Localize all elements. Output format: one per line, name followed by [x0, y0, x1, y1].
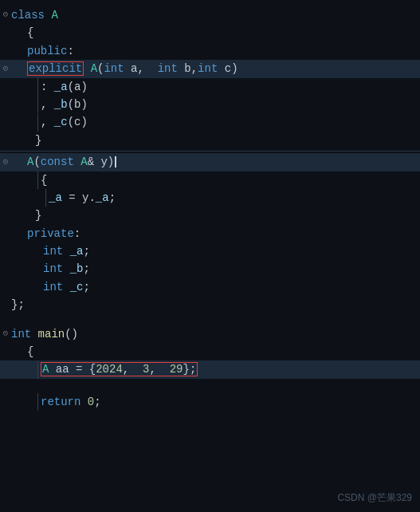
code-copy-constructor: A(const A& y) — [27, 153, 417, 171]
code-open-copy: { — [41, 171, 417, 189]
line-int-a: int _a; — [0, 242, 420, 260]
line-init-a: : _a(a) — [0, 78, 420, 96]
code-aa-decl: A aa = {2024, 3, 29}; — [41, 360, 417, 378]
line-assign-a: _a = y._a; — [0, 189, 420, 207]
code-init-b: , _b(b) — [41, 96, 417, 113]
code-main-func: int main() — [11, 325, 417, 343]
line-open-brace-class: { — [0, 24, 420, 41]
line-int-b: int _b; — [0, 260, 420, 278]
fold-icon-explicit[interactable]: ⊝ — [0, 63, 11, 74]
code-explicit: explicit A(int a, int b,int c) — [27, 60, 417, 77]
line-close-explicit: } — [0, 132, 420, 149]
code-assign-a: _a = y._a; — [49, 189, 417, 207]
code-private: private: — [27, 225, 417, 242]
code-close-class: }; — [11, 296, 417, 313]
fold-icon-class[interactable]: ⊝ — [0, 10, 11, 21]
line-int-c: int _c; — [0, 278, 420, 296]
watermark: CSDN @芒果329 — [337, 490, 412, 506]
line-close-class: }; — [0, 296, 420, 313]
code-close-copy: } — [35, 207, 417, 224]
line-open-copy: { — [0, 171, 420, 189]
section-gap — [0, 314, 420, 325]
fold-icon-copy[interactable]: ⊝ — [0, 156, 11, 167]
gap-return — [0, 379, 420, 393]
code-return: return 0; — [41, 393, 417, 411]
line-copy-constructor: ⊝ A(const A& y) — [0, 153, 420, 171]
code-open-brace: { — [27, 24, 417, 41]
line-explicit-constructor: ⊝ explicit A(int a, int b,int c) — [0, 60, 420, 77]
line-aa-decl: A aa = {2024, 3, 29}; — [0, 360, 420, 378]
code-int-c: int _c; — [43, 278, 417, 296]
code-init-a: : _a(a) — [41, 78, 417, 96]
code-init-c: , _c(c) — [41, 113, 417, 131]
code-editor: ⊝ class A { public: ⊝ explicit A(int a, … — [0, 0, 420, 512]
line-open-main: { — [0, 343, 420, 360]
line-class-a: ⊝ class A — [0, 6, 420, 24]
line-init-c: , _c(c) — [0, 113, 420, 131]
line-init-b: , _b(b) — [0, 96, 420, 113]
line-close-copy: } — [0, 207, 420, 224]
code-open-main: { — [27, 343, 417, 360]
separator — [0, 151, 420, 152]
line-public: public: — [0, 42, 420, 60]
code-close-explicit: } — [35, 132, 417, 149]
code-int-a: int _a; — [43, 242, 417, 260]
code-class-a: class A — [11, 6, 417, 24]
line-main-func: ⊝ int main() — [0, 325, 420, 343]
line-private: private: — [0, 225, 420, 242]
code-public: public: — [27, 42, 417, 60]
line-return: return 0; — [0, 393, 420, 411]
fold-icon-main[interactable]: ⊝ — [0, 329, 11, 340]
code-int-b: int _b; — [43, 260, 417, 278]
